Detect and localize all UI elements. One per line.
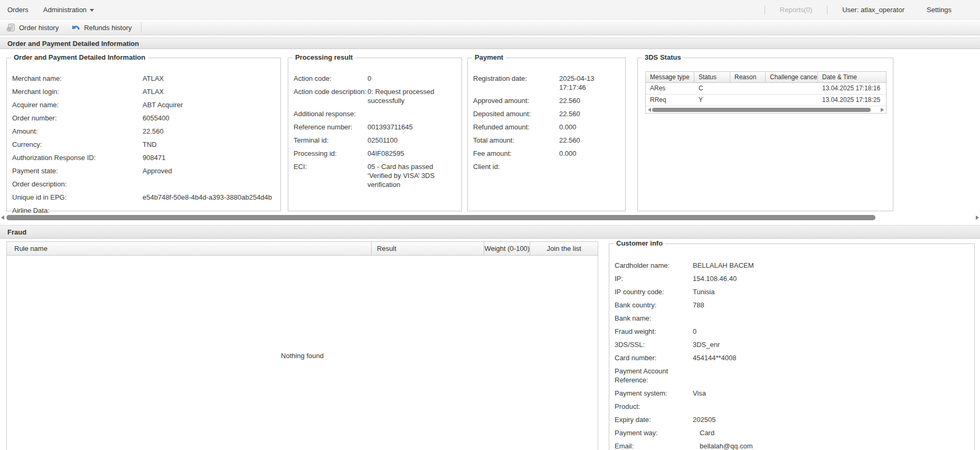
- field-label: IP country code:: [615, 287, 693, 296]
- order-history-icon: [6, 23, 15, 32]
- field-row: Payment system:Visa: [615, 389, 969, 398]
- field-row: Client id:: [473, 162, 620, 171]
- field-label: Action code:: [294, 74, 368, 83]
- field-row: Amount:22.560: [12, 127, 275, 136]
- field-label: Unique id in EPG:: [12, 193, 143, 202]
- table-row[interactable]: AResC13.04.2025 17:18:16: [646, 83, 886, 95]
- field-value: 788: [693, 301, 969, 310]
- field-row: Processing id:04IF082595: [294, 149, 456, 158]
- field-row: Additional response:: [294, 109, 456, 118]
- field-row: Unique id in EPG:e54b748f-50e8-4b4d-a393…: [12, 193, 275, 202]
- field-row: Reference number:001393711645: [294, 123, 456, 132]
- field-value: 22.560: [559, 136, 620, 145]
- field-value: Visa: [693, 389, 969, 398]
- field-row: Payment way:Card: [615, 428, 969, 437]
- scroll-right-icon[interactable]: [881, 108, 884, 112]
- toolbar: Order history Refunds history: [0, 20, 980, 35]
- menu-settings[interactable]: Settings: [919, 6, 959, 14]
- 3ds-horizontal-scrollbar[interactable]: [646, 106, 886, 113]
- chevron-down-icon: [90, 9, 94, 12]
- menu-orders-label: Orders: [7, 6, 29, 14]
- menu-reports-label: Reports(0): [780, 6, 812, 14]
- refunds-history-label: Refunds history: [84, 24, 131, 32]
- field-label: Additional response:: [294, 109, 368, 118]
- panel-payment-legend: Payment: [472, 53, 506, 61]
- field-value: 02501100: [368, 136, 456, 145]
- panel-order-info: Order and Payment Detailed Information M…: [6, 58, 281, 211]
- field-label: Expiry date:: [615, 415, 693, 424]
- field-label: Amount:: [12, 127, 143, 136]
- 3ds-column-header: Challenge cancel: [766, 72, 818, 82]
- menu-orders[interactable]: Orders: [0, 6, 36, 14]
- field-label: Processing id:: [294, 149, 368, 158]
- field-value: 0: Request processed successfully: [368, 87, 456, 105]
- field-row: Approved amount:22.560: [473, 96, 620, 105]
- field-label: Fee amount:: [473, 149, 559, 158]
- field-row: Deposited amount:22.560: [473, 109, 620, 118]
- scroll-thumb[interactable]: [652, 108, 871, 112]
- panel-customer-info: Customer info Cardholder name:BELLALAH B…: [609, 243, 975, 450]
- field-label: Payment Account Reference:: [615, 367, 693, 385]
- field-value: 05 - Card has passed ‘Verified by VISA’ …: [368, 162, 456, 189]
- field-row: Payment state:Approved: [12, 166, 275, 175]
- table-cell: 13.04.2025 17:18:16: [818, 83, 886, 94]
- scroll-thumb[interactable]: [6, 215, 875, 220]
- field-row: IP country code:Tunisia: [615, 287, 969, 296]
- panel-customer-legend: Customer info: [614, 239, 665, 247]
- panel-processing-result: Processing result Action code:0Action co…: [288, 58, 462, 211]
- field-value: bellalah@qq.com: [693, 442, 969, 450]
- field-row: IP:154.108.46.40: [615, 274, 969, 283]
- field-value: 6055400: [143, 114, 275, 123]
- scroll-left-icon[interactable]: [1, 215, 4, 220]
- fraud-column-header: Result: [372, 242, 485, 255]
- main-horizontal-scrollbar[interactable]: [0, 213, 980, 221]
- divider: [141, 22, 142, 33]
- field-value: ATLAX: [143, 74, 275, 83]
- field-row: Refunded amount:0.000: [473, 123, 620, 132]
- panel-payment: Payment Registration date:2025-04-13 17:…: [467, 58, 626, 211]
- field-row: Merchant login:ATLAX: [12, 87, 275, 96]
- table-cell: ARes: [646, 83, 694, 94]
- field-label: ECI:: [294, 162, 368, 189]
- field-row: Payment Account Reference:: [615, 367, 969, 385]
- field-label: Registration date:: [473, 74, 559, 92]
- field-value: [559, 162, 620, 171]
- field-row: Acquirer name:ABT Acquirer: [12, 100, 275, 109]
- field-row: ECI:05 - Card has passed ‘Verified by VI…: [294, 162, 456, 189]
- field-value: 0.000: [559, 123, 620, 132]
- field-value: [693, 314, 969, 323]
- field-label: Currency:: [12, 140, 143, 149]
- divider: [765, 5, 765, 14]
- menu-administration[interactable]: Administration: [36, 6, 101, 14]
- field-label: Product:: [615, 402, 693, 411]
- scroll-right-icon[interactable]: [976, 215, 979, 220]
- menu-reports[interactable]: Reports(0): [772, 6, 819, 14]
- order-history-button[interactable]: Order history: [0, 20, 65, 35]
- field-label: Fraud weight:: [615, 327, 693, 336]
- fraud-column-header: Weight (0-100): [484, 242, 530, 255]
- field-row: Merchant name:ATLAX: [12, 74, 275, 83]
- field-row: Total amount:22.560: [473, 136, 620, 145]
- 3ds-column-header: Message type: [646, 72, 694, 82]
- fraud-column-header: Rule name: [7, 242, 372, 255]
- table-cell: [766, 83, 818, 94]
- table-cell: C: [694, 83, 730, 94]
- field-row: Bank country:788: [615, 301, 969, 310]
- table-row[interactable]: RReqY13.04.2025 17:18:25: [646, 95, 886, 106]
- field-value: TND: [143, 140, 275, 149]
- field-value: 0: [368, 74, 456, 83]
- field-label: Acquirer name:: [12, 100, 143, 109]
- field-row: Email:bellalah@qq.com: [615, 442, 969, 450]
- field-label: Card number:: [615, 353, 693, 362]
- field-label: Order description:: [12, 180, 143, 189]
- field-label: Total amount:: [473, 136, 559, 145]
- scroll-left-icon[interactable]: [648, 108, 651, 112]
- 3ds-status-table: Message typeStatusReasonChallenge cancel…: [645, 71, 887, 114]
- field-label: Payment way:: [615, 428, 693, 437]
- field-label: Payment system:: [615, 389, 693, 398]
- menu-administration-label: Administration: [43, 6, 87, 14]
- field-value: 0.000: [559, 149, 620, 158]
- table-cell: RReq: [646, 95, 694, 106]
- refunds-history-button[interactable]: Refunds history: [65, 20, 138, 35]
- table-cell: Y: [694, 95, 730, 106]
